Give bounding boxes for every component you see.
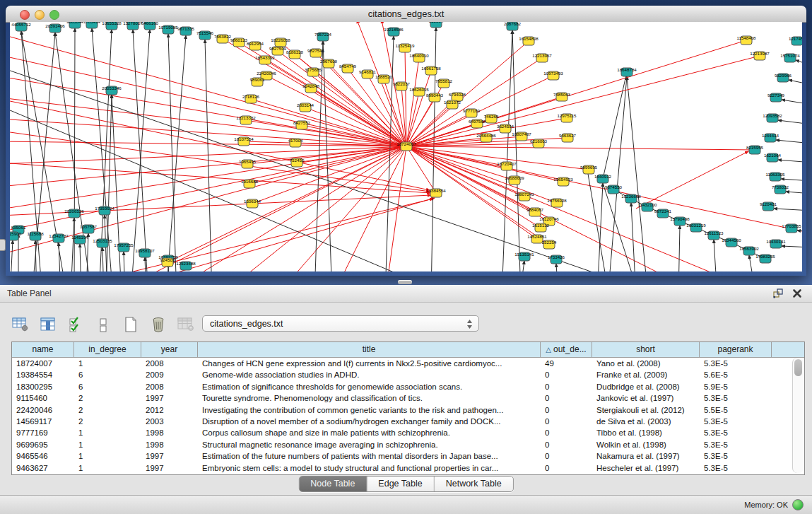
table-cell[interactable]: Stergiakouli et al. (2012) — [592, 404, 700, 416]
table-cell[interactable]: 1998 — [141, 427, 198, 438]
table-cell[interactable]: 2 — [74, 392, 141, 404]
table-cell[interactable]: 22420046 — [12, 404, 74, 416]
table-cell[interactable]: 5.3E-5 — [700, 427, 772, 438]
table-cell[interactable]: 1 — [74, 439, 141, 450]
table-cell[interactable]: 5.3E-5 — [700, 450, 772, 462]
table-cell[interactable]: 9699695 — [12, 439, 74, 450]
table-cell[interactable]: 0 — [541, 369, 592, 380]
table-cell[interactable]: 14569117 — [12, 416, 74, 427]
table-cell[interactable]: 9777169 — [12, 427, 74, 438]
table-cell[interactable]: 18724007 — [12, 358, 74, 369]
table-row[interactable]: 911546021997Tourette syndrome. Phenomeno… — [12, 392, 804, 404]
table-cell[interactable]: 5.3E-5 — [700, 416, 772, 427]
memory-ok-indicator[interactable] — [792, 499, 804, 510]
column-header-name[interactable]: name — [12, 342, 74, 357]
hidden-panel-handle[interactable] — [0, 239, 6, 251]
citation-network-graph[interactable]: 4405571220391406906304417834141065532815… — [10, 22, 802, 271]
select-all-icon[interactable] — [66, 316, 85, 333]
table-cell[interactable]: 5.3E-5 — [700, 392, 772, 404]
table-cell[interactable]: 2 — [74, 404, 141, 416]
table-cell[interactable]: 5.3E-5 — [700, 462, 772, 474]
table-cell[interactable]: 0 — [541, 416, 592, 427]
table-cell[interactable]: 5.3E-5 — [700, 358, 772, 369]
table-cell[interactable]: 1 — [74, 462, 141, 474]
table-cell[interactable]: de Silva et al. (2003) — [592, 416, 700, 427]
table-cell[interactable]: 0 — [541, 404, 592, 416]
vertical-scrollbar[interactable] — [792, 358, 804, 473]
unselect-all-icon[interactable] — [94, 316, 112, 333]
table-cell[interactable]: Jankovic et al. (1997) — [592, 392, 700, 404]
table-cell[interactable]: 2009 — [141, 369, 198, 380]
table-cell[interactable]: Disruption of a novel member of a sodium… — [198, 416, 541, 427]
table-cell[interactable]: 1997 — [141, 462, 198, 474]
table-row[interactable]: 946554611997Estimation of the future num… — [12, 450, 804, 462]
network-graph-canvas[interactable]: 4405571220391406906304417834141065532815… — [10, 22, 802, 271]
table-cell[interactable]: 1 — [74, 450, 141, 462]
table-cell[interactable]: Nakamura et al. (1997) — [592, 450, 700, 462]
table-mode-icon[interactable] — [11, 316, 30, 333]
table-cell[interactable]: 1 — [74, 358, 141, 369]
table-cell[interactable]: Investigating the contribution of common… — [198, 404, 541, 416]
table-cell[interactable]: 6 — [74, 369, 141, 380]
column-header-pagerank[interactable]: pagerank — [700, 342, 772, 357]
table-row[interactable]: 1872400712008Changes of HCN gene express… — [12, 358, 804, 369]
table-cell[interactable]: Estimation of significance thresholds fo… — [198, 381, 541, 392]
table-cell[interactable]: 9115460 — [12, 392, 74, 404]
panel-splitter-handle[interactable] — [398, 280, 412, 284]
table-cell[interactable]: 0 — [541, 439, 592, 450]
table-cell[interactable]: Hescheler et al. (1997) — [592, 462, 700, 474]
table-cell[interactable]: Changes of HCN gene expression and I(f) … — [198, 358, 541, 369]
table-row[interactable]: 1938455462009Genome-wide association stu… — [12, 369, 804, 380]
table-cell[interactable]: 0 — [541, 462, 592, 474]
table-cell[interactable]: 1997 — [141, 392, 198, 404]
table-cell[interactable]: 9465546 — [12, 450, 74, 462]
table-cell[interactable]: Dudbridge et al. (2008) — [592, 381, 700, 392]
table-row[interactable]: 2242004622012Investigating the contribut… — [12, 404, 804, 416]
table-cell[interactable]: 0 — [541, 427, 592, 438]
table-cell[interactable]: 2003 — [141, 416, 198, 427]
table-cell[interactable]: 0 — [541, 392, 592, 404]
table-row[interactable]: 946362711997Embryonic stem cells: a mode… — [12, 462, 804, 474]
table-cell[interactable]: 5.9E-5 — [700, 381, 772, 392]
column-header-out-de-[interactable]: △out_de... — [541, 342, 592, 357]
table-cell[interactable]: Franke et al. (2009) — [592, 369, 700, 380]
table-cell[interactable]: 0 — [541, 450, 592, 462]
table-cell[interactable]: 1 — [74, 427, 141, 438]
delete-columns-icon[interactable] — [149, 316, 167, 333]
table-cell[interactable]: 2 — [74, 416, 141, 427]
column-header-title[interactable]: title — [198, 342, 541, 357]
table-cell[interactable]: 5.5E-5 — [700, 404, 772, 416]
tab-network-table[interactable]: Network Table — [435, 477, 513, 491]
table-row[interactable]: 969969511998Structural magnetic resonanc… — [12, 439, 804, 450]
table-cell[interactable]: 1998 — [141, 439, 198, 450]
table-cell[interactable]: Genome-wide association studies in ADHD. — [198, 369, 541, 380]
table-cell[interactable]: 5.3E-5 — [700, 439, 772, 450]
table-cell[interactable]: Corpus callosum shape and size in male p… — [198, 427, 541, 438]
table-cell[interactable]: Tourette syndrome. Phenomenology and cla… — [198, 392, 541, 404]
tab-node-table[interactable]: Node Table — [299, 477, 367, 491]
table-cell[interactable]: 6 — [74, 381, 141, 392]
table-cell[interactable]: 9463627 — [12, 462, 74, 474]
table-cell[interactable]: 5.6E-5 — [700, 369, 772, 380]
table-cell[interactable]: Yano et al. (2008) — [592, 358, 700, 369]
window-titlebar[interactable]: citations_edges.txt — [6, 6, 806, 23]
scrollbar-thumb[interactable] — [794, 359, 802, 376]
table-cell[interactable]: 2008 — [141, 381, 198, 392]
table-cell[interactable]: 1997 — [141, 450, 198, 462]
table-row[interactable]: 977716911998Corpus callosum shape and si… — [12, 427, 804, 438]
table-cell[interactable]: 2012 — [141, 404, 198, 416]
column-header-short[interactable]: short — [592, 342, 700, 357]
table-cell[interactable]: Tibbo et al. (1998) — [592, 427, 700, 438]
table-cell[interactable]: 0 — [541, 381, 592, 392]
table-row[interactable]: 1456911722003Disruption of a novel membe… — [12, 416, 804, 427]
column-header-in-degree[interactable]: in_degree — [74, 342, 141, 357]
table-cell[interactable]: 2008 — [141, 358, 198, 369]
table-cell[interactable]: 19384554 — [12, 369, 74, 380]
column-header-year[interactable]: year — [141, 342, 198, 357]
table-cell[interactable]: 18300295 — [12, 381, 74, 392]
table-cell[interactable]: Structural magnetic resonance image aver… — [198, 439, 541, 450]
close-icon[interactable] — [792, 288, 802, 298]
tab-edge-table[interactable]: Edge Table — [367, 477, 434, 491]
table-cell[interactable]: Embryonic stem cells: a model to study s… — [198, 462, 541, 474]
new-column-icon[interactable] — [122, 316, 140, 333]
